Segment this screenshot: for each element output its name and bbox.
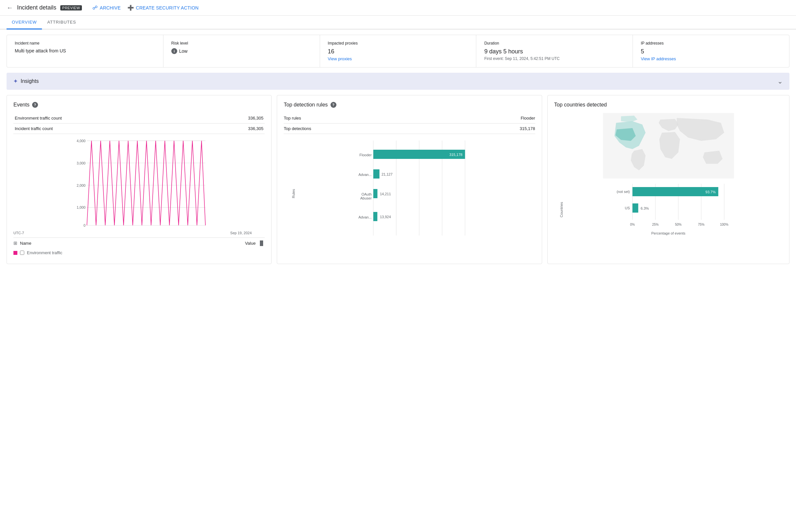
view-proxies-link[interactable]: View proxies xyxy=(328,56,469,61)
tabs: OVERVIEW ATTRIBUTES xyxy=(0,16,796,30)
svg-text:2,000: 2,000 xyxy=(77,184,86,187)
sparkle-icon: ✦ xyxy=(13,78,18,85)
summary-risk-level: Risk level i Low xyxy=(164,35,320,67)
svg-text:4,000: 4,000 xyxy=(77,139,86,143)
chart-x-labels: UTC-7 Sep 19, 2024 xyxy=(14,231,265,235)
table-row: Environment traffic count 336,305 xyxy=(14,113,265,124)
events-panel: Events ? Environment traffic count 336,3… xyxy=(6,95,271,264)
bottom-row-label: Environment traffic xyxy=(27,250,62,255)
detection-chart-svg: Flooder 315,178 Advan... 21,127 OAuth Ab… xyxy=(284,140,535,245)
incident-name-label: Incident name xyxy=(15,41,155,45)
events-bottom-header: ⊞ Name Value ▐▌ xyxy=(14,238,265,248)
impacted-proxies-label: Impacted proxies xyxy=(328,41,469,45)
top-detections-label: Top detections xyxy=(284,124,445,134)
insights-label: Insights xyxy=(21,78,39,84)
tab-attributes[interactable]: ATTRIBUTES xyxy=(42,16,81,30)
color-swatch xyxy=(14,251,17,255)
detection-summary-table: Top rules Flooder Top detections 315,178 xyxy=(284,113,535,134)
env-traffic-value: 336,305 xyxy=(198,113,265,124)
svg-text:21,127: 21,127 xyxy=(382,172,393,176)
svg-text:Advan...: Advan... xyxy=(359,173,372,176)
svg-text:1,000: 1,000 xyxy=(77,205,86,209)
svg-text:US: US xyxy=(625,206,630,210)
bar-chart-icon: ▐▌ xyxy=(258,241,265,246)
grid-icon: ⊞ xyxy=(14,241,17,246)
tab-overview[interactable]: OVERVIEW xyxy=(6,16,42,30)
first-event-label: First event: Sep 11, 2024, 5:42:51 PM UT… xyxy=(484,56,625,61)
top-rules-label: Top rules xyxy=(284,113,445,124)
svg-text:Advan...: Advan... xyxy=(359,215,372,219)
create-security-action-button[interactable]: ➕ CREATE SECURITY ACTION xyxy=(128,5,199,11)
svg-text:6.3%: 6.3% xyxy=(640,206,649,210)
back-button[interactable]: ← xyxy=(6,4,13,12)
svg-text:14,211: 14,211 xyxy=(380,192,391,196)
header: ← Incident details PREVIEW ☍ ARCHIVE ➕ C… xyxy=(0,0,796,16)
plus-icon: ➕ xyxy=(128,5,134,11)
table-row: Incident traffic count 336,305 xyxy=(14,124,265,134)
incident-name-value: Multi type attack from US xyxy=(15,48,155,53)
view-ip-addresses-link[interactable]: View IP addresses xyxy=(641,56,781,61)
duration-label: Duration xyxy=(484,41,625,45)
risk-level-label: Risk level xyxy=(171,41,312,45)
duration-value: 9 days 5 hours xyxy=(484,48,625,55)
svg-text:(not set): (not set) xyxy=(617,190,630,194)
top-detections-value: 315,178 xyxy=(445,124,535,134)
svg-rect-19 xyxy=(374,169,380,178)
ip-addresses-count: 5 xyxy=(641,48,781,55)
svg-rect-26 xyxy=(374,212,377,221)
insights-bar[interactable]: ✦ Insights ⌄ xyxy=(6,73,790,90)
svg-text:25%: 25% xyxy=(652,223,659,226)
env-traffic-checkbox[interactable] xyxy=(20,251,24,255)
countries-x-axis-title: Percentage of events xyxy=(554,231,783,235)
top-countries-panel: Top countries detected xyxy=(547,95,790,264)
detection-rules-title: Top detection rules ? xyxy=(284,102,535,108)
incident-traffic-label: Incident traffic count xyxy=(14,124,198,134)
table-row: Top detections 315,178 xyxy=(284,124,535,134)
name-column-header: ⊞ Name xyxy=(14,241,32,246)
svg-text:315,178: 315,178 xyxy=(450,153,462,157)
svg-text:Abuser: Abuser xyxy=(360,196,372,200)
summary-incident-name: Incident name Multi type attack from US xyxy=(7,35,164,67)
top-countries-title: Top countries detected xyxy=(554,102,783,108)
detection-rules-panel: Top detection rules ? Top rules Flooder … xyxy=(277,95,542,264)
risk-level-value: i Low xyxy=(171,48,312,54)
events-help-icon[interactable]: ? xyxy=(32,102,38,108)
info-icon: i xyxy=(171,48,177,54)
svg-text:13,924: 13,924 xyxy=(380,215,391,219)
table-row: Top rules Flooder xyxy=(284,113,535,124)
chart-x-end: Sep 19, 2024 xyxy=(230,231,251,235)
svg-text:0%: 0% xyxy=(630,223,635,226)
top-rules-value: Flooder xyxy=(445,113,535,124)
preview-badge: PREVIEW xyxy=(60,5,82,11)
value-column-header: Value ▐▌ xyxy=(245,241,265,246)
svg-text:100%: 100% xyxy=(720,223,728,226)
svg-rect-38 xyxy=(632,204,638,213)
svg-text:50%: 50% xyxy=(675,223,681,226)
summary-card: Incident name Multi type attack from US … xyxy=(6,35,790,68)
main-content: Events ? Environment traffic count 336,3… xyxy=(0,95,796,269)
page-title: Incident details xyxy=(17,4,56,11)
chevron-down-icon: ⌄ xyxy=(777,77,783,85)
countries-chart-svg: (not set) 93.7% US 6.3% 0% 25% 50% 75% 1… xyxy=(554,184,783,230)
svg-text:OAuth: OAuth xyxy=(362,192,372,196)
chart-x-start: UTC-7 xyxy=(14,231,24,235)
svg-text:0: 0 xyxy=(83,223,86,227)
svg-text:93.7%: 93.7% xyxy=(705,190,716,194)
events-stats-table: Environment traffic count 336,305 Incide… xyxy=(14,113,265,134)
detection-rules-help-icon[interactable]: ? xyxy=(330,102,336,108)
world-map xyxy=(554,113,783,178)
detection-y-axis-label: Rules xyxy=(291,184,296,204)
incident-traffic-value: 336,305 xyxy=(198,124,265,134)
insights-left: ✦ Insights xyxy=(13,78,39,85)
countries-bars-wrapper: Countries (not set) 93.7% US 6.3% 0% 25% xyxy=(554,184,783,235)
summary-impacted-proxies: Impacted proxies 16 View proxies xyxy=(320,35,477,67)
bottom-row: Environment traffic xyxy=(14,248,265,257)
header-actions: ☍ ARCHIVE ➕ CREATE SECURITY ACTION xyxy=(92,5,198,11)
detection-bars-wrapper: Rules Flooder 315,178 Advan... 21,127 OA… xyxy=(284,140,535,246)
archive-icon: ☍ xyxy=(92,5,98,11)
countries-y-axis-label: Countries xyxy=(560,200,564,220)
env-traffic-label: Environment traffic count xyxy=(14,113,198,124)
archive-button[interactable]: ☍ ARCHIVE xyxy=(92,5,120,11)
events-chart: 4,000 3,000 2,000 1,000 0 xyxy=(14,138,265,230)
svg-rect-23 xyxy=(374,189,378,198)
